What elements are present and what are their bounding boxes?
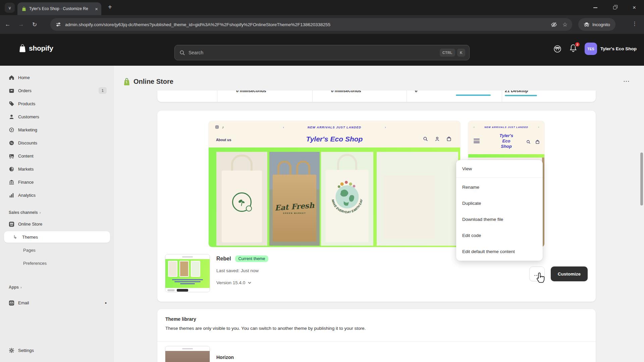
horizon-theme-thumbnail[interactable]: [165, 346, 210, 362]
rebel-theme-thumbnail[interactable]: [165, 254, 210, 292]
sidebar-item-orders[interactable]: Orders1: [4, 85, 110, 96]
store-avatar: TES: [585, 43, 597, 55]
notification-count-badge: 2: [575, 42, 580, 47]
sidebar-item-customers[interactable]: Customers: [4, 111, 110, 122]
target-icon: [9, 127, 14, 133]
back-button[interactable]: ←: [2, 21, 13, 28]
search-input[interactable]: [189, 50, 438, 55]
announcement-next-icon: ›: [538, 126, 539, 128]
theme-preview-desktop[interactable]: ♪ ‹ NEW ARRIVALS JUST LANDED › About us …: [209, 121, 460, 247]
sidebar: Home Orders1 Products Customers Marketin…: [0, 66, 114, 362]
sidebar-item-marketing[interactable]: Marketing: [4, 124, 110, 135]
close-window-button[interactable]: ×: [625, 0, 644, 15]
browser-menu-icon[interactable]: ⋮: [632, 20, 637, 27]
sidebar-item-settings[interactable]: Settings: [4, 345, 110, 356]
page-title: Online Store: [133, 78, 173, 85]
ctrl-key-chip: CTRL: [440, 49, 455, 57]
admin-search-bar[interactable]: CTRL K: [174, 45, 470, 60]
account-menu[interactable]: TES Tyler's Eco Shop: [585, 43, 637, 55]
announcement-prev-icon: ‹: [474, 126, 474, 128]
sidebar-item-content[interactable]: Content: [4, 150, 110, 162]
reload-button[interactable]: ↻: [29, 21, 40, 28]
account-icon[interactable]: [435, 136, 440, 141]
svg-text:$: $: [12, 168, 13, 171]
chevron-right-icon: ›: [40, 210, 41, 215]
shopify-bag-icon: [18, 44, 26, 53]
restore-icon: [613, 6, 616, 9]
chevron-down-icon: ∨: [8, 5, 11, 10]
sidebar-item-products[interactable]: Products: [4, 98, 110, 109]
store-name: Tyler's Eco Shop: [600, 46, 637, 51]
email-icon: [9, 300, 14, 306]
sidebar-item-discounts[interactable]: %Discounts: [4, 137, 110, 148]
minimize-icon: [593, 7, 597, 8]
sidebar-item-finance[interactable]: Finance: [4, 176, 110, 188]
hero-banner: Eat Fresh GREEN MARKET: [209, 147, 460, 247]
minimize-button[interactable]: [586, 0, 605, 15]
green-market-text: GREEN MARKET: [273, 212, 316, 214]
metric-value: 0 milliseconds: [236, 90, 266, 93]
sales-channels-label[interactable]: Sales channels›: [4, 210, 110, 215]
apps-label[interactable]: Apps›: [4, 285, 110, 290]
theme-name: Horizon: [216, 355, 234, 360]
main-content: Online Store ... 0 milliseconds 0 millis…: [114, 66, 644, 362]
menu-item-view[interactable]: View: [458, 161, 541, 176]
notifications-button[interactable]: 2: [569, 44, 577, 54]
url-text: admin.shopify.com/store/jy63jq-dc/themes…: [65, 22, 547, 27]
k-key-chip: K: [457, 49, 465, 57]
browser-tab[interactable]: Tyler's Eco Shop · Customize Re ×: [17, 2, 101, 15]
bookmark-star-icon[interactable]: ☆: [562, 21, 568, 28]
shopify-logo[interactable]: shopify: [18, 44, 53, 53]
eye-slash-icon[interactable]: [551, 21, 557, 28]
current-theme-badge: Current theme: [235, 255, 269, 262]
announcement-text: NEW ARRIVALS JUST LANDED: [484, 126, 528, 128]
version-selector[interactable]: Version 15.4.0: [216, 280, 251, 285]
bank-icon: [9, 179, 14, 185]
menu-item-download-theme-file[interactable]: Download theme file: [458, 211, 541, 227]
sidekick-icon[interactable]: [553, 45, 562, 53]
menu-item-edit-default-theme-content[interactable]: Edit default theme content: [458, 243, 541, 259]
sidebar-item-home[interactable]: Home: [4, 72, 110, 83]
page-actions-menu[interactable]: ...: [624, 77, 630, 83]
metric-value: 0: [415, 90, 417, 93]
orders-icon: [9, 88, 14, 94]
theme-actions-context-menu: View Rename Duplicate Download theme fil…: [456, 160, 543, 261]
scrollbar-thumb[interactable]: [640, 153, 643, 205]
cart-bag-icon[interactable]: [446, 136, 451, 141]
menu-item-rename[interactable]: Rename: [458, 179, 541, 195]
new-tab-button[interactable]: +: [108, 3, 112, 11]
svg-text:%: %: [10, 141, 13, 144]
product-image-tote-leaf: [216, 152, 267, 246]
tab-close-icon[interactable]: ×: [95, 6, 98, 11]
mobile-hero-strip: [468, 154, 544, 158]
shopify-favicon-icon: [21, 6, 26, 11]
sidebar-item-markets[interactable]: $Markets: [4, 163, 110, 175]
sidebar-item-email[interactable]: Email•: [4, 297, 110, 308]
menu-item-duplicate[interactable]: Duplicate: [458, 195, 541, 211]
sidebar-item-preferences[interactable]: Preferences: [4, 257, 110, 269]
customize-button[interactable]: Customize: [551, 266, 588, 281]
metric-value: 21 Desktop: [505, 90, 528, 93]
globe-dollar-icon: $: [9, 166, 14, 172]
tag-icon: [9, 101, 14, 107]
chevron-right-icon: ›: [20, 285, 22, 289]
sidebar-item-pages[interactable]: Pages: [4, 244, 110, 256]
sidebar-item-analytics[interactable]: Analytics: [4, 189, 110, 201]
person-icon: [9, 114, 14, 120]
online-store-page-icon: [123, 77, 130, 86]
sidebar-item-themes[interactable]: ↳Themes: [4, 231, 110, 243]
announcement-next-icon[interactable]: ›: [385, 126, 386, 129]
url-bar[interactable]: admin.shopify.com/store/jy63jq-dc/themes…: [50, 18, 572, 31]
media-icon: [9, 153, 14, 159]
forward-button[interactable]: →: [15, 21, 27, 28]
sidebar-item-online-store[interactable]: Online Store: [4, 218, 110, 230]
announcement-prev-icon[interactable]: ‹: [283, 126, 284, 129]
shopify-topbar: shopify CTRL K 2 TES Tyler's Eco Shop: [0, 34, 644, 66]
bar-chart-icon: [9, 192, 14, 198]
menu-item-edit-code[interactable]: Edit code: [458, 227, 541, 243]
search-icon[interactable]: [423, 136, 428, 141]
restore-button[interactable]: [605, 0, 625, 15]
elbow-arrow-icon: ↳: [9, 234, 21, 240]
incognito-icon: [584, 22, 590, 27]
tab-search-button[interactable]: ∨: [5, 3, 15, 13]
